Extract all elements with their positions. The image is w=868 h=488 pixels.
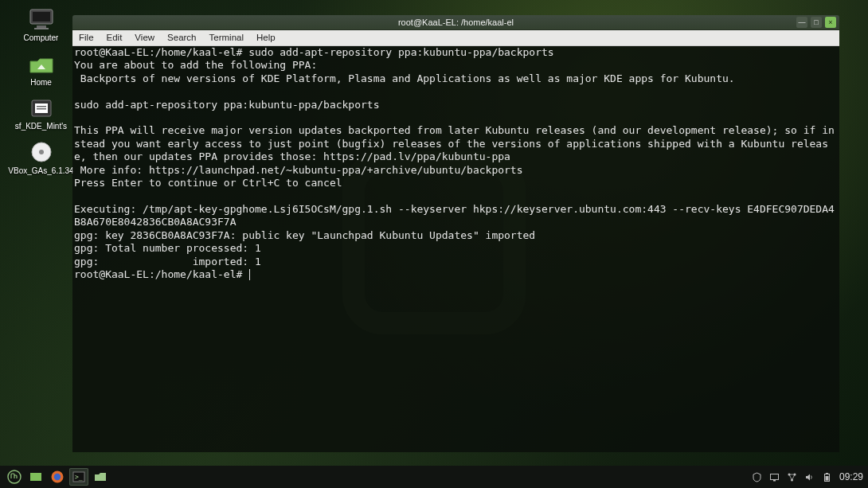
svg-rect-7 bbox=[37, 108, 46, 110]
svg-rect-22 bbox=[826, 473, 828, 474]
computer-icon bbox=[25, 5, 58, 33]
window-minimize-button[interactable]: — bbox=[796, 17, 807, 28]
svg-rect-23 bbox=[826, 476, 829, 481]
desktop-icon-home[interactable]: Home bbox=[3, 48, 79, 89]
window-close-button[interactable]: × bbox=[825, 17, 836, 28]
task-files[interactable] bbox=[91, 468, 110, 486]
desktop-icon-label: VBox_GAs_6.1.34 bbox=[8, 166, 73, 176]
terminal-output[interactable]: root@KaaL-EL:/home/kaal-el# sudo add-apt… bbox=[72, 46, 839, 452]
shared-folder-icon bbox=[25, 93, 58, 122]
menu-terminal[interactable]: Terminal bbox=[203, 30, 250, 45]
svg-rect-11 bbox=[30, 473, 41, 481]
desktop-icon-vbox[interactable]: VBox_GAs_6.1.34 bbox=[3, 136, 79, 178]
task-terminal[interactable]: >_ bbox=[69, 468, 88, 486]
taskbar: >_ 09:29 bbox=[0, 466, 868, 488]
menu-view[interactable]: View bbox=[128, 30, 161, 45]
svg-point-9 bbox=[39, 150, 44, 154]
svg-rect-6 bbox=[37, 106, 46, 107]
svg-rect-2 bbox=[37, 25, 46, 28]
svg-text:>_: >_ bbox=[75, 474, 83, 481]
menu-bar: File Edit View Search Terminal Help bbox=[72, 30, 839, 46]
task-firefox[interactable] bbox=[48, 468, 67, 486]
start-menu-button[interactable] bbox=[5, 468, 24, 486]
desktop-icons: Computer Home sf_KDE_Mint's bbox=[3, 3, 79, 177]
desktop-icon-label: sf_KDE_Mint's bbox=[15, 122, 67, 131]
terminal-window: root@KaaL-EL: /home/kaal-el — □ × File E… bbox=[72, 15, 839, 452]
desktop-icon-label: Computer bbox=[24, 33, 59, 43]
network-icon[interactable] bbox=[787, 471, 798, 482]
shield-icon[interactable] bbox=[752, 471, 763, 482]
panel-clock[interactable]: 09:29 bbox=[839, 471, 863, 482]
desktop-icon-computer[interactable]: Computer bbox=[3, 3, 79, 45]
show-desktop-button[interactable] bbox=[26, 468, 45, 486]
svg-rect-16 bbox=[771, 474, 779, 479]
window-titlebar[interactable]: root@KaaL-EL: /home/kaal-el — □ × bbox=[72, 15, 839, 30]
display-icon[interactable] bbox=[769, 471, 780, 482]
window-title: root@KaaL-EL: /home/kaal-el bbox=[398, 18, 514, 27]
disc-icon bbox=[25, 138, 58, 166]
window-maximize-button[interactable]: □ bbox=[811, 17, 822, 28]
menu-help[interactable]: Help bbox=[250, 30, 282, 45]
svg-point-13 bbox=[54, 474, 61, 480]
battery-icon[interactable] bbox=[822, 471, 833, 482]
svg-rect-3 bbox=[34, 28, 49, 29]
svg-rect-17 bbox=[773, 480, 776, 482]
menu-search[interactable]: Search bbox=[161, 30, 202, 45]
volume-icon[interactable] bbox=[804, 471, 815, 482]
desktop-icon-label: Home bbox=[30, 78, 52, 88]
menu-edit[interactable]: Edit bbox=[100, 30, 129, 45]
menu-file[interactable]: File bbox=[72, 30, 100, 45]
home-folder-icon bbox=[25, 49, 58, 78]
svg-rect-1 bbox=[33, 12, 50, 21]
desktop-icon-shared[interactable]: sf_KDE_Mint's bbox=[3, 92, 79, 133]
